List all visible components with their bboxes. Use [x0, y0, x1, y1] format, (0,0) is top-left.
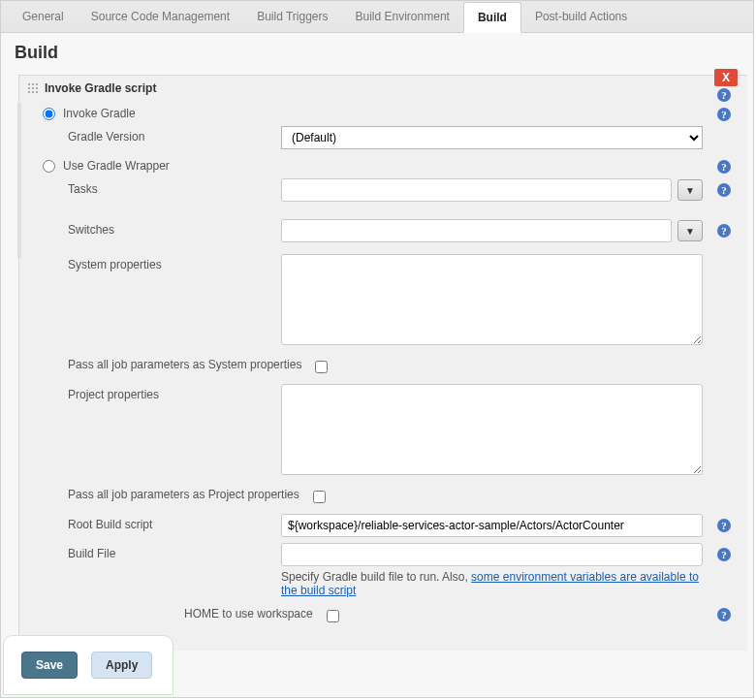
- svg-text:?: ?: [721, 161, 727, 173]
- switches-input[interactable]: [281, 219, 672, 242]
- svg-rect-4: [36, 83, 38, 85]
- tab-postbuild[interactable]: Post-build Actions: [521, 2, 641, 31]
- build-file-hint-text: Specify Gradle build file to run. Also,: [281, 570, 471, 584]
- svg-rect-10: [36, 91, 38, 93]
- help-icon[interactable]: ?: [716, 547, 732, 562]
- help-icon[interactable]: ?: [716, 182, 732, 198]
- gradle-version-select[interactable]: (Default): [281, 126, 703, 149]
- root-build-script-label: Root Build script: [29, 514, 281, 531]
- pass-project-props-checkbox[interactable]: [313, 491, 326, 503]
- svg-rect-2: [28, 83, 30, 85]
- switches-label: Switches: [29, 219, 281, 237]
- tab-triggers[interactable]: Build Triggers: [243, 2, 341, 31]
- system-properties-label: System properties: [29, 254, 281, 271]
- svg-rect-7: [36, 87, 38, 89]
- svg-text:?: ?: [721, 109, 727, 120]
- help-icon[interactable]: ?: [716, 607, 732, 622]
- svg-rect-6: [32, 87, 34, 89]
- save-apply-bar: Save Apply: [3, 635, 173, 695]
- tasks-label: Tasks: [29, 178, 281, 196]
- pass-system-props-checkbox[interactable]: [315, 361, 328, 373]
- svg-text:?: ?: [721, 549, 727, 560]
- invoke-gradle-label: Invoke Gradle: [63, 107, 136, 120]
- help-icon[interactable]: ?: [716, 87, 732, 103]
- build-file-label: Build File: [29, 543, 281, 560]
- tab-general[interactable]: General: [9, 2, 78, 31]
- svg-text:?: ?: [721, 89, 727, 101]
- config-tabbar: General Source Code Management Build Tri…: [1, 1, 753, 33]
- force-home-label: HOME to use workspace: [29, 603, 323, 620]
- tab-build[interactable]: Build: [463, 2, 521, 33]
- use-gradle-wrapper-label: Use Gradle Wrapper: [63, 159, 170, 173]
- use-gradle-wrapper-radio[interactable]: [43, 160, 55, 173]
- svg-text:?: ?: [721, 520, 727, 531]
- tasks-expand-button[interactable]: ▼: [677, 179, 703, 201]
- tasks-input[interactable]: [281, 178, 672, 202]
- delete-build-step-button[interactable]: X: [714, 69, 738, 86]
- pass-system-props-label: Pass all job parameters as System proper…: [29, 354, 311, 371]
- apply-button[interactable]: Apply: [91, 652, 152, 679]
- section-grip-bar[interactable]: [17, 103, 21, 258]
- svg-text:?: ?: [721, 225, 727, 237]
- invoke-gradle-radio[interactable]: [43, 108, 55, 120]
- svg-rect-8: [28, 91, 30, 93]
- svg-rect-5: [28, 87, 30, 89]
- svg-text:?: ?: [721, 609, 727, 620]
- project-properties-label: Project properties: [29, 384, 281, 401]
- help-icon[interactable]: ?: [716, 223, 732, 239]
- help-icon[interactable]: ?: [716, 518, 732, 533]
- save-button[interactable]: Save: [21, 652, 78, 679]
- page-title: Build: [15, 43, 753, 63]
- project-properties-textarea[interactable]: [281, 384, 703, 475]
- build-file-hint: Specify Gradle build file to run. Also, …: [281, 566, 703, 597]
- system-properties-textarea[interactable]: [281, 254, 703, 345]
- help-icon[interactable]: ?: [716, 107, 732, 122]
- help-icon[interactable]: ?: [716, 159, 732, 175]
- gradle-version-label: Gradle Version: [29, 126, 281, 143]
- switches-expand-button[interactable]: ▼: [677, 220, 703, 241]
- build-step-section: X ? Invoke Gradle script Invoke Gradle ?: [18, 75, 747, 651]
- build-file-input[interactable]: [281, 543, 703, 566]
- tab-scm[interactable]: Source Code Management: [78, 2, 243, 31]
- force-home-checkbox[interactable]: [327, 610, 339, 622]
- pass-project-props-label: Pass all job parameters as Project prope…: [29, 484, 309, 501]
- build-step-title: Invoke Gradle script: [45, 81, 156, 95]
- svg-text:?: ?: [721, 184, 727, 196]
- root-build-script-input[interactable]: [281, 514, 703, 537]
- svg-rect-9: [32, 91, 34, 93]
- svg-rect-3: [32, 83, 34, 85]
- tab-environment[interactable]: Build Environment: [342, 2, 463, 31]
- drag-grip-icon[interactable]: [27, 82, 39, 94]
